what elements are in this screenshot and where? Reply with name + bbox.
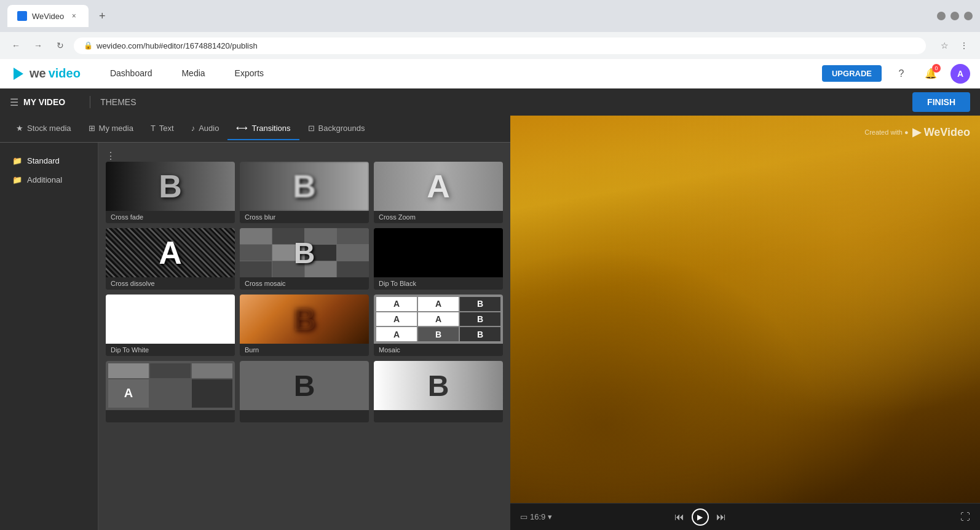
sidebar: 📁 Standard 📁 Additional	[0, 143, 98, 530]
browser-nav: ← → ↻ 🔒 wevideo.com/hub#editor/167488142…	[0, 32, 980, 59]
transition-mosaic2[interactable]: A A B A A B A B B Mosaic	[374, 295, 503, 356]
svg-marker-0	[14, 68, 23, 80]
video-controls: ▭ 16:9 ▾ ⏮ ▶ ⏭ ⛶	[510, 503, 980, 530]
transition-dipblack[interactable]: Dip To Black	[374, 228, 503, 290]
play-button[interactable]: ▶	[692, 508, 709, 526]
wevideo-logo: wevideo	[10, 65, 81, 82]
audio-icon: ♪	[191, 124, 196, 133]
browser-tab[interactable]: WeVideo ×	[7, 5, 89, 27]
back-button[interactable]: ←	[7, 37, 25, 54]
watermark-logo: ▶ WeVideo	[912, 125, 970, 139]
avatar[interactable]: A	[950, 64, 970, 84]
notifications-button[interactable]: 🔔 0	[921, 64, 941, 84]
transition-burn[interactable]: B Burn	[240, 295, 369, 356]
notification-badge: 0	[932, 64, 941, 73]
dipblack-label: Dip To Black	[374, 277, 503, 290]
more-options-icon[interactable]: ⋮	[106, 151, 116, 161]
crosszoom-thumb: A	[374, 162, 503, 211]
tab-favicon	[17, 11, 27, 21]
transitions-area: ⋮ B Cross fade	[98, 143, 510, 530]
skip-forward-button[interactable]: ⏭	[716, 512, 726, 523]
tab-stock-media[interactable]: ★ Stock media	[7, 117, 80, 140]
aspect-ratio-icon: ▭	[520, 512, 528, 521]
header-right: UPGRADE ? 🔔 0 A	[822, 64, 980, 84]
tab-transitions-label: Transitions	[251, 124, 290, 133]
playback-controls: ⏮ ▶ ⏭	[674, 508, 726, 526]
close-button[interactable]	[964, 12, 973, 20]
preview-pane: Created with ● ▶ WeVideo ▭ 16:9 ▾ ⏮ ▶ ⏭ …	[510, 116, 980, 530]
crossfade-label: Cross fade	[106, 211, 235, 223]
grid2-label	[240, 410, 369, 422]
folder-icon: 📁	[12, 156, 22, 165]
header-nav-media[interactable]: Media	[167, 60, 219, 88]
maximize-button[interactable]	[950, 12, 959, 20]
logo-play-icon	[10, 65, 27, 82]
bookmark-icon[interactable]: ☆	[936, 37, 953, 54]
aspect-ratio-selector[interactable]: ▭ 16:9 ▾	[520, 512, 552, 521]
minimize-button[interactable]	[937, 12, 946, 20]
logo-we-text: we	[30, 66, 46, 81]
transition-crossfade[interactable]: B Cross fade	[106, 162, 235, 223]
hamburger-menu-icon[interactable]: ☰	[10, 97, 18, 108]
transition-crosszoom[interactable]: A Cross Zoom	[374, 162, 503, 223]
tab-stock-media-label: Stock media	[27, 124, 71, 133]
transition-dissolve[interactable]: A Cross dissolve	[106, 228, 235, 290]
tab-close-button[interactable]: ×	[69, 11, 79, 21]
themes-button[interactable]: THEMES	[100, 97, 136, 107]
tab-my-media-label: My media	[99, 124, 133, 133]
header-nav-exports[interactable]: Exports	[220, 60, 279, 88]
toolbar-divider	[90, 96, 90, 108]
sidebar-item-standard[interactable]: 📁 Standard	[7, 152, 90, 169]
tab-audio[interactable]: ♪ Audio	[183, 117, 228, 140]
transition-grid3[interactable]: B	[374, 361, 503, 422]
sidebar-item-additional[interactable]: 📁 Additional	[7, 172, 90, 188]
transition-grid1[interactable]: A	[106, 361, 235, 422]
transition-grid2[interactable]: B	[240, 361, 369, 422]
tab-text[interactable]: T Text	[142, 117, 183, 140]
header-nav-dashboard[interactable]: Dashboard	[95, 60, 167, 88]
sidebar-standard-label: Standard	[27, 156, 60, 165]
tab-my-media[interactable]: ⊞ My media	[80, 117, 142, 140]
transition-dipwhite[interactable]: Dip To White	[106, 295, 235, 356]
transition-crossblur[interactable]: B Cross blur	[240, 162, 369, 223]
tab-title: WeVideo	[32, 12, 64, 21]
grid3-thumb: B	[374, 361, 503, 410]
tab-backgrounds[interactable]: ⊡ Backgrounds	[299, 117, 374, 140]
mosaic2-label: Mosaic	[374, 344, 503, 356]
project-title: MY VIDEO	[23, 97, 65, 107]
transition-mosaic[interactable]: B Cross mosaic	[240, 228, 369, 290]
lock-icon: 🔒	[84, 41, 93, 50]
dissolve-label: Cross dissolve	[106, 277, 235, 290]
skip-back-button[interactable]: ⏮	[674, 512, 684, 523]
video-gradient-overlay	[510, 116, 980, 503]
text-icon: T	[151, 124, 156, 133]
grid1-thumb: A	[106, 361, 235, 410]
sidebar-additional-label: Additional	[27, 175, 62, 184]
refresh-button[interactable]: ↻	[52, 37, 69, 54]
more-icon[interactable]: ⋮	[955, 37, 973, 54]
tab-transitions[interactable]: ⟷ Transitions	[227, 117, 299, 140]
grid3-label	[374, 410, 503, 422]
browser-chrome: WeVideo × +	[0, 0, 980, 32]
new-tab-button[interactable]: +	[93, 7, 111, 25]
upgrade-button[interactable]: UPGRADE	[822, 65, 882, 82]
fullscreen-button[interactable]: ⛶	[960, 512, 970, 523]
play-icon: ▶	[697, 513, 703, 521]
browser-action-buttons: ☆ ⋮	[936, 37, 973, 54]
crossfade-thumb: B	[106, 162, 235, 211]
mosaic-thumb: B	[240, 228, 369, 277]
tab-text-label: Text	[159, 124, 174, 133]
panel-body: 📁 Standard 📁 Additional ⋮ B	[0, 143, 510, 530]
tab-audio-label: Audio	[199, 124, 219, 133]
header-nav: Dashboard Media Exports	[95, 60, 279, 88]
forward-button[interactable]: →	[30, 37, 47, 54]
folder-icon-additional: 📁	[12, 175, 22, 184]
help-button[interactable]: ?	[891, 64, 911, 84]
finish-button[interactable]: FINISH	[912, 92, 970, 112]
burn-label: Burn	[240, 344, 369, 356]
mosaic2-thumb: A A B A A B A B B	[374, 295, 503, 344]
dipblack-thumb	[374, 228, 503, 277]
address-bar[interactable]: 🔒 wevideo.com/hub#editor/1674881420/publ…	[74, 38, 926, 54]
crossblur-label: Cross blur	[240, 211, 369, 223]
chevron-down-icon: ▾	[548, 512, 552, 521]
